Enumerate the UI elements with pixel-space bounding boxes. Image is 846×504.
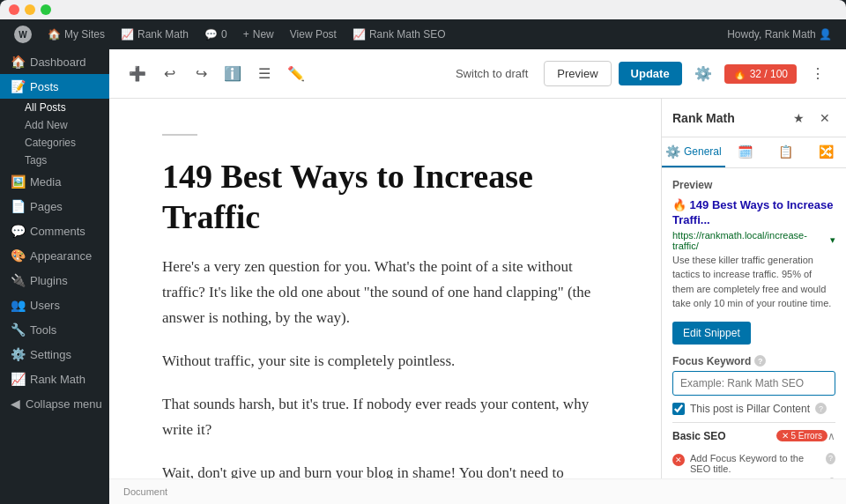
toolbar-add-btn[interactable]: ➕ bbox=[123, 60, 152, 88]
sidebar-item-comments[interactable]: 💬 Comments bbox=[0, 219, 109, 243]
rank-math-seo-icon: 📈 bbox=[352, 28, 366, 41]
rm-star-button[interactable]: ★ bbox=[788, 107, 809, 129]
admin-bar: W 🏠 My Sites 📈 Rank Math 💬 0 + New View … bbox=[0, 19, 846, 49]
seo-error-1: ✕ Add Focus Keyword to the SEO title. ? bbox=[672, 453, 835, 474]
sidebar-sub-add-new[interactable]: Add New bbox=[0, 116, 109, 134]
toolbar-edit-btn[interactable]: ✏️ bbox=[282, 60, 310, 88]
basic-seo-error-badge: ✕ 5 Errors bbox=[776, 430, 827, 441]
pillar-content-checkbox[interactable] bbox=[672, 403, 685, 415]
editor[interactable]: 149 Best Ways to Increase Traffic Here's… bbox=[109, 99, 661, 478]
advanced-tab-icon: 🔀 bbox=[819, 145, 834, 159]
tab-general[interactable]: ⚙️ General bbox=[662, 137, 725, 167]
sidebar-item-settings[interactable]: ⚙️ Settings bbox=[0, 342, 109, 367]
preview-url[interactable]: https://rankmath.local/increase-traffic/… bbox=[672, 230, 835, 251]
editor-paragraph-3: That sounds harsh, but it's true. If nob… bbox=[162, 392, 608, 443]
sidebar-item-collapse[interactable]: ◀ Collapse menu bbox=[0, 391, 109, 416]
tools-icon: 🔧 bbox=[11, 322, 25, 337]
new-icon: + bbox=[243, 28, 249, 41]
toolbar-info-btn[interactable]: ℹ️ bbox=[219, 60, 247, 88]
basic-seo-header[interactable]: Basic SEO ✕ 5 Errors ∧ bbox=[672, 422, 835, 449]
sidebar-item-media[interactable]: 🖼️ Media bbox=[0, 169, 109, 194]
admin-bar-new[interactable]: + New bbox=[236, 19, 281, 49]
update-button[interactable]: Update bbox=[619, 62, 682, 85]
toolbar-list-btn[interactable]: ☰ bbox=[250, 60, 278, 88]
focus-keyword-label: Focus Keyword ? bbox=[672, 355, 835, 367]
pillar-content-info-icon[interactable]: ? bbox=[815, 403, 827, 414]
basic-seo-chevron-icon: ∧ bbox=[827, 430, 835, 442]
seo-error-1-info-icon[interactable]: ? bbox=[826, 453, 835, 464]
admin-bar-my-sites[interactable]: 🏠 My Sites bbox=[41, 19, 112, 49]
general-tab-icon: ⚙️ bbox=[665, 145, 680, 159]
sidebar-item-dashboard[interactable]: 🏠 Dashboard bbox=[0, 49, 109, 74]
preview-description: Use these killer traffic generation tact… bbox=[672, 253, 835, 311]
settings-icon: ⚙️ bbox=[11, 347, 25, 361]
editor-paragraph-4: Wait, don't give up and burn your blog i… bbox=[162, 461, 608, 478]
sidebar-item-pages[interactable]: 📄 Pages bbox=[0, 194, 109, 219]
toolbar-left: ➕ ↩ ↪ ℹ️ ☰ ✏️ bbox=[123, 60, 310, 88]
admin-bar-rank-math-seo[interactable]: 📈 Rank Math SEO bbox=[345, 19, 453, 49]
collapse-icon: ◀ bbox=[11, 397, 20, 411]
seo-score-badge[interactable]: 🔥 32 / 100 bbox=[724, 64, 797, 84]
sidebar: 🏠 Dashboard 📝 Posts All Posts Add New Ca… bbox=[0, 49, 109, 504]
sidebar-item-users[interactable]: 👥 Users bbox=[0, 293, 109, 317]
preview-title-link[interactable]: 🔥 149 Best Ways to Increase Traffi... bbox=[672, 198, 835, 228]
rm-panel-content: Preview 🔥 149 Best Ways to Increase Traf… bbox=[662, 168, 846, 478]
users-icon: 👥 bbox=[11, 298, 25, 312]
rank-math-bar-icon: 📈 bbox=[121, 28, 134, 41]
sidebar-item-posts[interactable]: 📝 Posts bbox=[0, 74, 109, 99]
pages-icon: 📄 bbox=[11, 199, 25, 213]
dashboard-icon: 🏠 bbox=[11, 55, 25, 69]
sidebar-sub-tags[interactable]: Tags bbox=[0, 152, 109, 169]
editor-footer: Document bbox=[109, 478, 846, 504]
editor-divider bbox=[162, 134, 197, 136]
editor-paragraph-1: Here's a very zen question for you. What… bbox=[162, 255, 608, 331]
sidebar-item-rank-math[interactable]: 📈 Rank Math bbox=[0, 367, 109, 391]
schema-tab-icon: 📋 bbox=[778, 145, 793, 159]
editor-panel: 149 Best Ways to Increase Traffic Here's… bbox=[109, 99, 846, 478]
admin-bar-wp-logo[interactable]: W bbox=[7, 19, 39, 49]
sidebar-sub-all-posts[interactable]: All Posts bbox=[0, 99, 109, 116]
admin-bar-view-post[interactable]: View Post bbox=[283, 19, 344, 49]
admin-bar-comments[interactable]: 💬 0 bbox=[197, 19, 234, 49]
close-dot[interactable] bbox=[9, 4, 19, 15]
my-sites-icon: 🏠 bbox=[48, 28, 61, 41]
admin-bar-rank-math[interactable]: 📈 Rank Math bbox=[114, 19, 196, 49]
sidebar-item-appearance[interactable]: 🎨 Appearance bbox=[0, 243, 109, 268]
comments-icon: 💬 bbox=[204, 28, 218, 41]
wp-logo-icon: W bbox=[14, 26, 32, 43]
sidebar-item-plugins[interactable]: 🔌 Plugins bbox=[0, 268, 109, 293]
sidebar-item-tools[interactable]: 🔧 Tools bbox=[0, 317, 109, 342]
rank-math-panel: Rank Math ★ ✕ ⚙️ General 🗓️ bbox=[661, 99, 846, 478]
maximize-dot[interactable] bbox=[41, 4, 51, 15]
edit-snippet-button[interactable]: Edit Snippet bbox=[672, 322, 751, 345]
tab-advanced[interactable]: 🔀 bbox=[805, 137, 846, 167]
post-title[interactable]: 149 Best Ways to Increase Traffic bbox=[162, 157, 608, 237]
editor-body[interactable]: Here's a very zen question for you. What… bbox=[162, 255, 608, 478]
sidebar-sub-categories[interactable]: Categories bbox=[0, 134, 109, 152]
rm-panel-header: Rank Math ★ ✕ bbox=[662, 99, 846, 137]
minimize-dot[interactable] bbox=[25, 4, 35, 15]
preview-section: Preview 🔥 149 Best Ways to Increase Traf… bbox=[672, 179, 835, 311]
window-chrome bbox=[0, 0, 846, 19]
tab-social[interactable]: 🗓️ bbox=[725, 137, 766, 167]
focus-keyword-input[interactable] bbox=[672, 371, 835, 396]
rm-header-icons: ★ ✕ bbox=[788, 107, 835, 129]
error-circle-1: ✕ bbox=[672, 454, 685, 466]
toolbar-undo-btn[interactable]: ↩ bbox=[155, 60, 183, 88]
focus-keyword-info-icon[interactable]: ? bbox=[754, 355, 766, 367]
rm-close-button[interactable]: ✕ bbox=[814, 107, 835, 129]
plugins-icon: 🔌 bbox=[11, 273, 25, 287]
flame-icon: 🔥 bbox=[733, 68, 746, 80]
settings-gear-button[interactable]: ⚙️ bbox=[689, 60, 717, 88]
posts-icon: 📝 bbox=[11, 79, 25, 93]
toolbar: ➕ ↩ ↪ ℹ️ ☰ ✏️ Switch to draft Preview Up… bbox=[109, 49, 846, 99]
editor-paragraph-2: Without traffic, your site is completely… bbox=[162, 349, 608, 374]
social-tab-icon: 🗓️ bbox=[738, 145, 753, 159]
tab-schema[interactable]: 📋 bbox=[765, 137, 805, 167]
media-icon: 🖼️ bbox=[11, 174, 25, 189]
switch-to-draft-button[interactable]: Switch to draft bbox=[447, 62, 537, 85]
toolbar-redo-btn[interactable]: ↪ bbox=[187, 60, 215, 88]
main-layout: 🏠 Dashboard 📝 Posts All Posts Add New Ca… bbox=[0, 49, 846, 504]
toolbar-more-btn[interactable]: ⋮ bbox=[804, 60, 832, 88]
preview-button[interactable]: Preview bbox=[544, 61, 611, 86]
